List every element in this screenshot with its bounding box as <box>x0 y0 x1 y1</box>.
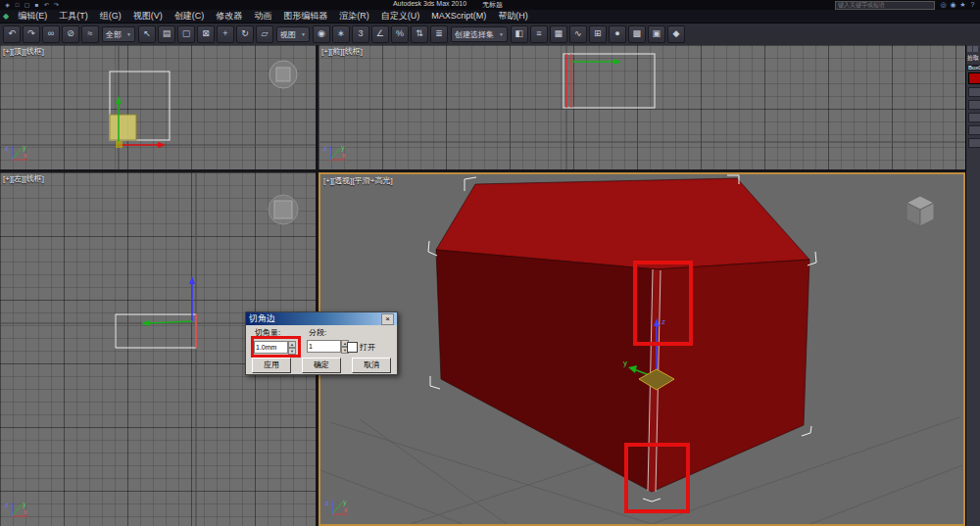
use-pivot-center-icon[interactable]: ◉ <box>313 25 330 43</box>
reference-coordinate-combo[interactable]: 视图 ▼ <box>276 26 310 42</box>
toolbar-group-render: ◧≡▦∿⊞●▩▣◆ <box>511 25 685 43</box>
menu-item[interactable]: 帮助(H) <box>492 10 534 23</box>
gizmo-y-arrowhead <box>116 96 122 104</box>
selection-region-icon[interactable]: ▢ <box>177 25 195 43</box>
viewport-perspective-canvas: y z <box>320 174 963 524</box>
cancel-button[interactable]: 取消 <box>352 358 391 373</box>
save-file-icon[interactable]: ■ <box>32 1 41 9</box>
menu-item[interactable]: 工具(T) <box>53 10 94 23</box>
viewcube[interactable] <box>270 61 297 88</box>
named-selection-sets-icon[interactable]: ≣ <box>430 25 448 43</box>
help-icon[interactable]: ? <box>968 1 977 9</box>
bind-to-space-warp-icon[interactable]: ≈ <box>81 25 99 43</box>
box-right-face[interactable] <box>652 260 809 492</box>
select-and-link-icon[interactable]: ∞ <box>42 25 60 43</box>
command-panel-tab[interactable] <box>973 46 978 52</box>
panel-button[interactable] <box>968 87 980 97</box>
new-scene-icon[interactable]: □ <box>13 1 22 9</box>
document-title-text: 无标题 <box>482 0 503 10</box>
apply-button[interactable]: 应用 <box>252 358 291 373</box>
unlink-selection-icon[interactable]: ⊘ <box>62 25 79 43</box>
open-file-icon[interactable]: ▢ <box>23 1 31 9</box>
3dsmax-window: ◈□▢■↶↷ Autodesk 3ds Max 2010 无标题 ◎◉★? ◆ … <box>0 0 980 526</box>
mirror-icon[interactable]: ◧ <box>511 25 528 43</box>
redo-icon[interactable]: ↷ <box>52 1 61 9</box>
menu-item[interactable]: 修改器 <box>210 10 248 23</box>
viewcube-face[interactable] <box>276 68 290 81</box>
pick-label[interactable]: 拾取 <box>966 53 980 64</box>
menu-item[interactable]: 组(G) <box>94 10 127 23</box>
menu-item[interactable]: 创建(C) <box>169 10 211 23</box>
menu-item[interactable]: MAXScript(M) <box>425 10 492 23</box>
angle-snap-icon[interactable]: ∠ <box>371 25 389 43</box>
infocenter-search-input[interactable] <box>835 1 935 10</box>
select-and-rotate-icon[interactable]: ↻ <box>236 25 254 43</box>
menu-item[interactable]: 视图(V) <box>127 10 169 23</box>
panel-button[interactable] <box>968 138 980 148</box>
undo-icon[interactable]: ↶ <box>42 1 51 9</box>
viewcube-face[interactable] <box>274 201 292 218</box>
viewport-perspective-label[interactable]: [+][透视][平滑+高光] <box>323 175 393 186</box>
favorites-icon[interactable]: ★ <box>958 1 967 9</box>
menu-item[interactable]: 动画 <box>248 10 277 23</box>
select-object-icon[interactable]: ↖ <box>138 25 156 43</box>
window-crossing-icon[interactable]: ⊠ <box>197 25 215 43</box>
object-color-swatch[interactable] <box>968 72 980 84</box>
undo-icon[interactable]: ↶ <box>3 25 21 43</box>
ok-button[interactable]: 确定 <box>302 358 341 373</box>
spinner-down-icon[interactable]: ▼ <box>288 348 296 355</box>
toolbar-group-history: ↶↷∞⊘≈ <box>3 25 99 43</box>
viewport-top-label[interactable]: [+][顶][线框] <box>3 46 44 57</box>
viewport-perspective[interactable]: [+][透视][平滑+高光] <box>318 172 965 526</box>
viewcube[interactable] <box>269 195 298 224</box>
menu-item[interactable]: 渲染(R) <box>333 10 375 23</box>
command-panel-tab[interactable] <box>967 46 972 52</box>
named-selection-sets-combo[interactable]: 创建选择集 ▼ <box>451 26 508 42</box>
panel-button[interactable] <box>968 100 980 110</box>
chamfer-amount-field[interactable]: 1.0mm <box>254 341 288 354</box>
panel-button[interactable] <box>968 113 980 122</box>
select-and-move-icon[interactable]: + <box>217 25 234 43</box>
percent-snap-icon[interactable]: % <box>391 25 409 43</box>
select-by-name-icon[interactable]: ▤ <box>158 25 175 43</box>
dialog-titlebar[interactable]: 切角边 × <box>246 312 397 325</box>
material-editor-icon[interactable]: ● <box>609 25 626 43</box>
snap-toggle-icon[interactable]: 3 <box>352 25 369 43</box>
close-icon[interactable]: × <box>381 313 394 325</box>
world-axis-tripod: x y z <box>320 142 350 167</box>
redo-icon[interactable]: ↷ <box>23 25 40 43</box>
viewcube[interactable] <box>906 196 934 226</box>
schematic-view-icon[interactable]: ⊞ <box>589 25 607 43</box>
rendered-frame-icon[interactable]: ▣ <box>648 25 665 43</box>
chamfer-amount-spinner[interactable]: ▲ ▼ <box>288 341 296 354</box>
spinner-snap-icon[interactable]: ⇅ <box>411 25 428 43</box>
selection-filter-combo[interactable]: 全部 ▼ <box>102 26 135 42</box>
toolbar-group-snaps: ◉∗3∠%⇅≣ <box>313 25 448 43</box>
communication-center-icon[interactable]: ◉ <box>949 1 957 9</box>
select-and-manipulate-icon[interactable]: ∗ <box>332 25 350 43</box>
viewport-top[interactable]: [+][顶][线框] x y z <box>0 45 316 169</box>
spinner-up-icon[interactable]: ▲ <box>288 341 296 348</box>
select-and-scale-icon[interactable]: ▱ <box>256 25 273 43</box>
open-checkbox[interactable] <box>347 342 358 353</box>
app-logo-icon: ◆ <box>3 12 9 21</box>
viewport-front[interactable]: [+][前][线框] x y z <box>318 45 965 169</box>
curve-editor-icon[interactable]: ∿ <box>569 25 587 43</box>
menu-item[interactable]: 自定义(U) <box>375 10 426 23</box>
segments-field[interactable]: 1 <box>307 340 341 353</box>
panel-button[interactable] <box>968 125 980 135</box>
menu-item[interactable]: 编辑(E) <box>12 10 53 23</box>
gizmo-y-label: y <box>623 359 627 367</box>
application-menu-icon[interactable]: ◈ <box>3 1 12 9</box>
layer-manager-icon[interactable]: ▦ <box>550 25 567 43</box>
menu-item[interactable]: 图形编辑器 <box>277 10 333 23</box>
render-production-icon[interactable]: ◆ <box>667 25 685 43</box>
viewport-front-label[interactable]: [+][前][线框] <box>321 46 363 57</box>
box-wireframe-left-view[interactable] <box>116 314 196 348</box>
align-icon[interactable]: ≡ <box>530 25 548 43</box>
box-left-face[interactable] <box>436 250 657 492</box>
render-setup-icon[interactable]: ▩ <box>628 25 646 43</box>
object-name-field[interactable]: Box0 <box>967 65 980 71</box>
viewport-left-label[interactable]: [+][左][线框] <box>3 173 44 184</box>
search-icon[interactable]: ◎ <box>939 1 948 9</box>
